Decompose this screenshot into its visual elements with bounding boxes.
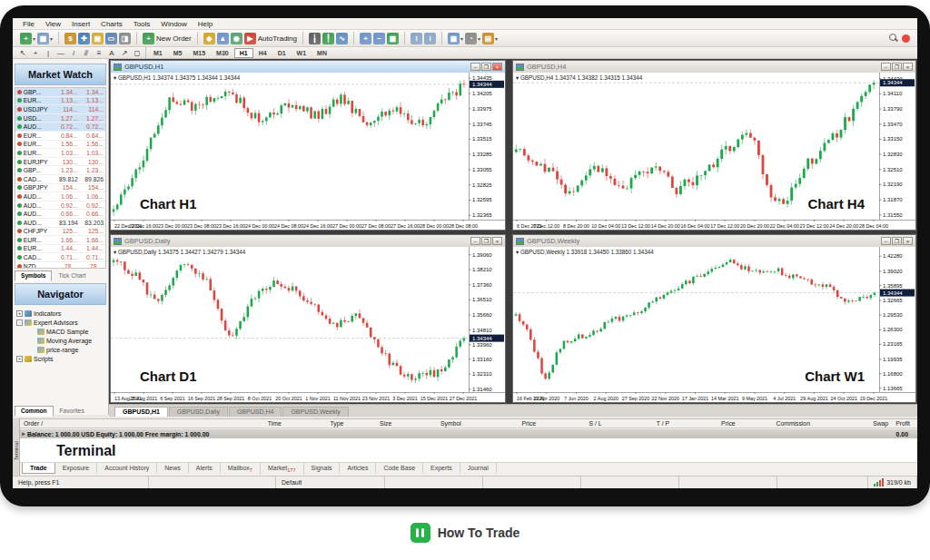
market-watch-row[interactable]: EUR...1.44...1.44... (15, 245, 105, 254)
timeframe-h1[interactable]: H1 (234, 48, 253, 58)
vertical-line-tool[interactable]: | (42, 48, 54, 58)
menu-tools[interactable]: Tools (129, 19, 155, 29)
timeframe-m30[interactable]: M30 (211, 48, 234, 58)
terminal-tab-account-history[interactable]: Account History (97, 463, 157, 473)
market-watch-row[interactable]: CAD...89.81289.826 (15, 175, 105, 184)
navigator-button[interactable]: ▣ (92, 33, 104, 44)
candlestick-chart-button[interactable]: ╿ (322, 33, 334, 44)
horizontal-line-tool[interactable]: — (54, 48, 67, 58)
restore-button[interactable]: ❐ (481, 63, 491, 71)
timeframe-w1[interactable]: W1 (292, 48, 312, 58)
profiles-button[interactable]: ▦▾ (37, 33, 53, 44)
menu-window[interactable]: Window (156, 19, 191, 29)
periods-dropdown-button[interactable]: ◔▾ (465, 33, 480, 44)
terminal-tab-signals[interactable]: Signals (304, 463, 341, 473)
menu-charts[interactable]: Charts (96, 19, 127, 29)
chart-body[interactable]: ▾ GBPUSD,H4 1.34374 1.34382 1.34315 1.34… (513, 73, 915, 230)
market-watch-row[interactable]: EUR...0.84...0.84... (15, 132, 105, 141)
column-profit[interactable]: Profit (895, 420, 917, 427)
market-watch-row[interactable]: EUR...1.66...1.66... (15, 236, 105, 245)
minimize-button[interactable]: – (470, 63, 480, 71)
strategy-tester-button[interactable]: ◨ (119, 33, 131, 44)
market-watch-row[interactable]: CHFJPY125...125... (15, 228, 105, 237)
terminal-button[interactable]: ▭ (105, 33, 117, 44)
minimize-button[interactable]: – (881, 237, 891, 245)
minimize-button[interactable]: – (881, 63, 891, 71)
chart-window-h1[interactable]: GBPUSD,H1–❐×▾ GBPUSD,H1 1.34374 1.34375 … (110, 60, 506, 231)
tab-tick-chart[interactable]: Tick Chart (52, 270, 92, 281)
chart-tab-gbpusd-h4[interactable]: GBPUSD,H4 (229, 407, 282, 417)
column-time[interactable]: Time (213, 420, 288, 427)
bar-chart-button[interactable]: ╽ (309, 33, 321, 44)
restore-button[interactable]: ❐ (892, 237, 902, 245)
terminal-tab-experts[interactable]: Experts (423, 463, 460, 473)
market-watch-row[interactable]: EUR...1.56...1.56... (15, 141, 105, 150)
column-order[interactable]: Order / (20, 420, 213, 427)
chart-body[interactable]: ▾ GBPUSD,Daily 1.34375 1.34427 1.34279 1… (111, 247, 505, 402)
timeframe-m15[interactable]: M15 (187, 48, 211, 58)
tree-item-scripts[interactable]: +Scripts (16, 354, 106, 363)
chart-window-w1[interactable]: GBPUSD,Weekly–❐×▾ GBPUSD,Weekly 1.33918 … (512, 234, 916, 403)
market-watch-row[interactable]: GBPJPY154...154... (15, 184, 105, 193)
market-watch-row[interactable]: AUD...83.19483.203 (15, 219, 105, 228)
column-sl[interactable]: S / L (543, 420, 609, 427)
line-chart-button[interactable]: ∿ (336, 33, 348, 44)
tile-windows-button[interactable]: ▦ (387, 33, 399, 44)
periods-button[interactable]: ≀ (424, 33, 436, 44)
close-button[interactable]: × (492, 63, 502, 71)
timeframe-m5[interactable]: M5 (168, 48, 188, 58)
chart-window-titlebar[interactable]: GBPUSD,H4–❐× (513, 61, 915, 73)
tree-item-price-range[interactable]: price-range (16, 345, 106, 354)
chart-tab-gbpusd-daily[interactable]: GBPUSD,Daily (169, 407, 228, 417)
text-tool[interactable]: A (105, 48, 118, 58)
market-watch-row[interactable]: USD...1.27...1.27... (15, 114, 105, 123)
tree-item-macd-sample[interactable]: MACD Sample (16, 327, 106, 336)
chart-window-titlebar[interactable]: GBPUSD,Daily–❐× (111, 235, 505, 247)
menu-view[interactable]: View (41, 19, 65, 29)
cursor-tool[interactable]: ↖ (16, 48, 29, 58)
arrows-tool[interactable]: ↗ (118, 48, 131, 58)
menu-file[interactable]: File (18, 19, 39, 29)
market-watch-row[interactable]: EUR...1.13...1.13... (15, 97, 105, 106)
market-watch-row[interactable]: NZD...78....78.... (15, 262, 105, 269)
terminal-tab-code-base[interactable]: Code Base (376, 463, 423, 473)
market-watch-row[interactable]: AUD...0.92...0.92... (15, 201, 105, 211)
timeframe-m1[interactable]: M1 (148, 48, 168, 58)
chart-window-h4[interactable]: GBPUSD,H4–❐×▾ GBPUSD,H4 1.34374 1.34382 … (512, 60, 916, 231)
tree-item-expert-advisors[interactable]: -Expert Advisors (16, 318, 106, 327)
market-watch-row[interactable]: EURJPY130...130... (15, 158, 105, 167)
chart-window-titlebar[interactable]: GBPUSD,Weekly–❐× (513, 235, 915, 247)
close-button[interactable]: × (492, 237, 502, 245)
market-watch-row[interactable]: CAD...0.71...0.71... (15, 253, 105, 262)
market-watch-button[interactable]: $ (64, 33, 76, 44)
chart-tab-gbpusd-h1[interactable]: GBPUSD,H1 (114, 407, 168, 417)
tree-item-indicators[interactable]: +Indicators (16, 309, 106, 318)
column-swap[interactable]: Swap (817, 420, 895, 427)
tab-favorites[interactable]: Favorites (54, 406, 91, 417)
column-price[interactable]: Price (469, 420, 543, 427)
column-price[interactable]: Price (677, 420, 743, 427)
terminal-tab-news[interactable]: News (157, 463, 189, 473)
terminal-tab-market[interactable]: Market177 (261, 463, 304, 475)
market-watch-row[interactable]: EUR...1.03...1.03... (15, 149, 105, 158)
close-button[interactable]: × (903, 63, 913, 71)
tree-expander-icon[interactable]: + (16, 356, 23, 362)
chart-tab-gbpusd-weekly[interactable]: GBPUSD,Weekly (282, 407, 348, 417)
shapes-tool[interactable]: ◻ (131, 48, 143, 58)
terminal-tab-journal[interactable]: Journal (460, 463, 497, 473)
market-watch-row[interactable]: AUD...1.06...1.06... (15, 192, 105, 201)
chart-body[interactable]: ▾ GBPUSD,Weekly 1.33918 1.34450 1.33860 … (513, 247, 915, 402)
crosshair-tool[interactable]: + (29, 48, 42, 58)
chart-window-titlebar[interactable]: GBPUSD,H1–❐× (111, 61, 505, 73)
terminal-tab-mailbox[interactable]: Mailbox7 (221, 463, 261, 475)
chart-body[interactable]: ▾ GBPUSD,H1 1.34374 1.34375 1.34344 1.34… (111, 73, 505, 230)
chart-window-d1[interactable]: GBPUSD,Daily–❐×▾ GBPUSD,Daily 1.34375 1.… (110, 234, 506, 403)
tree-item-moving-average[interactable]: Moving Average (16, 336, 106, 345)
column-tp[interactable]: T / P (609, 420, 677, 427)
column-type[interactable]: Type (289, 420, 351, 427)
column-symbol[interactable]: Symbol (399, 420, 468, 427)
market-watch-row[interactable]: AUD...0.66...0.66... (15, 210, 105, 219)
restore-button[interactable]: ❐ (892, 63, 902, 71)
market-watch-row[interactable]: USDJPY114...114... (15, 105, 105, 114)
terminal-side-tab[interactable]: Terminal (13, 418, 20, 476)
